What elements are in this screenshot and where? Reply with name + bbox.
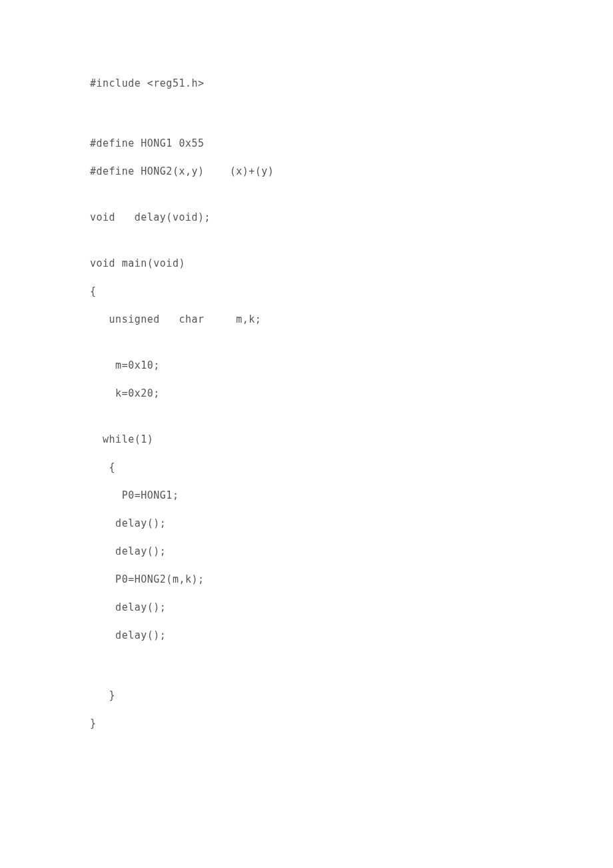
blank-spacer xyxy=(90,643,613,675)
code-line-k-assign: k=0x20; xyxy=(90,387,613,401)
code-line-delay2: delay(); xyxy=(90,545,613,559)
code-line-inner-close-brace: } xyxy=(90,689,613,703)
blank-spacer xyxy=(90,475,613,489)
blank-spacer xyxy=(90,675,613,689)
code-line-p0-hong1: P0=HONG1; xyxy=(90,489,613,503)
blank-spacer xyxy=(90,401,613,433)
blank-spacer xyxy=(90,373,613,387)
blank-spacer xyxy=(90,299,613,313)
blank-spacer xyxy=(90,225,613,257)
code-line-main: void main(void) xyxy=(90,257,613,271)
blank-spacer xyxy=(90,327,613,359)
code-line-define2: #define HONG2(x,y) (x)+(y) xyxy=(90,165,613,179)
blank-spacer xyxy=(90,615,613,629)
code-line-m-assign: m=0x10; xyxy=(90,359,613,373)
blank-spacer xyxy=(90,271,613,285)
blank-spacer xyxy=(90,179,613,211)
code-line-delay4: delay(); xyxy=(90,629,613,643)
blank-spacer xyxy=(90,151,613,165)
blank-spacer xyxy=(90,703,613,717)
blank-spacer xyxy=(90,123,613,137)
blank-spacer xyxy=(90,503,613,517)
code-line-var-decl: unsigned char m,k; xyxy=(90,313,613,327)
code-line-include: #include <reg51.h> xyxy=(90,77,613,91)
code-line-inner-open-brace: { xyxy=(90,461,613,475)
code-line-define1: #define HONG1 0x55 xyxy=(90,137,613,151)
code-line-delay3: delay(); xyxy=(90,601,613,615)
blank-spacer xyxy=(90,559,613,573)
blank-spacer xyxy=(90,91,613,123)
code-line-open-brace: { xyxy=(90,285,613,299)
blank-spacer xyxy=(90,447,613,461)
code-line-p0-hong2: P0=HONG2(m,k); xyxy=(90,573,613,587)
blank-spacer xyxy=(90,587,613,601)
code-line-close-brace: } xyxy=(90,717,613,731)
code-line-while: while(1) xyxy=(90,433,613,447)
code-line-delay-decl: void delay(void); xyxy=(90,211,613,225)
blank-spacer xyxy=(90,531,613,545)
code-line-delay1: delay(); xyxy=(90,517,613,531)
